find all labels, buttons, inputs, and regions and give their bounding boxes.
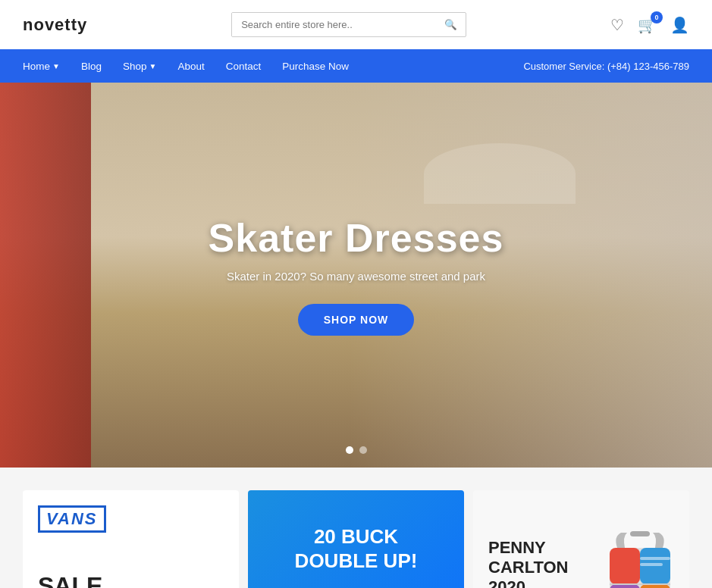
nav-item-contact[interactable]: Contact [226, 52, 262, 81]
svg-rect-50 [610, 548, 640, 584]
hero-subtitle: Skater in 2020? So many awesome street a… [209, 270, 504, 283]
svg-rect-58 [640, 563, 663, 566]
site-logo[interactable]: novetty [23, 15, 87, 35]
backpack-svg [598, 525, 682, 589]
nav-items: Home ▼ Blog Shop ▼ About Contact Purchas… [23, 52, 349, 81]
buck-title: 20 BUCK DOUBLE UP! [281, 525, 432, 572]
card-penny-carlton[interactable]: PENNY CARLTON 2020 90.0$ 50.0$ [473, 490, 689, 588]
site-header: novetty 🔍 ♡ 🛒 0 👤 [0, 0, 712, 49]
penny-title: PENNY CARLTON 2020 [488, 537, 569, 588]
search-icon: 🔍 [444, 19, 457, 30]
hero-dot-2[interactable] [359, 446, 367, 454]
backpack-image [598, 525, 682, 589]
skateboard-image: BLIND [281, 584, 432, 588]
search-input[interactable] [232, 13, 437, 36]
header-icons: ♡ 🛒 0 👤 [610, 16, 689, 34]
hero-dot-1[interactable] [346, 446, 353, 454]
card-vans[interactable]: VANS SALE OFF 50% [23, 490, 239, 588]
hero-red-accent [0, 83, 91, 468]
heart-icon: ♡ [610, 17, 624, 33]
card-20buck[interactable]: 20 BUCK DOUBLE UP! [248, 490, 464, 588]
hero-banner: Skater Dresses Skater in 2020? So many a… [0, 83, 712, 468]
nav-item-blog[interactable]: Blog [81, 52, 102, 81]
nav-item-about[interactable]: About [177, 52, 204, 81]
main-nav: Home ▼ Blog Shop ▼ About Contact Purchas… [0, 49, 712, 83]
account-button[interactable]: 👤 [670, 16, 689, 34]
search-bar: 🔍 [231, 12, 466, 37]
customer-service: Customer Service: (+84) 123-456-789 [523, 61, 689, 72]
nav-item-shop[interactable]: Shop ▼ [123, 52, 156, 81]
svg-rect-57 [640, 557, 670, 560]
shoe-image [125, 582, 235, 588]
hero-content: Skater Dresses Skater in 2020? So many a… [209, 215, 504, 336]
account-icon: 👤 [670, 17, 689, 33]
hero-dots [346, 446, 367, 454]
hero-title: Skater Dresses [209, 215, 504, 261]
nav-item-purchase-now[interactable]: Purchase Now [282, 52, 349, 81]
chevron-down-icon: ▼ [149, 62, 156, 70]
cart-button[interactable]: 🛒 0 [638, 16, 657, 34]
cart-badge: 0 [651, 11, 663, 23]
featured-cards: VANS SALE OFF 50% [0, 468, 712, 588]
search-button[interactable]: 🔍 [437, 13, 465, 36]
svg-rect-56 [630, 531, 650, 536]
nav-item-home[interactable]: Home ▼ [23, 52, 60, 81]
shop-now-button[interactable]: SHOP NOW [298, 304, 415, 336]
wishlist-button[interactable]: ♡ [610, 16, 624, 34]
vans-brand-logo: VANS [38, 505, 106, 533]
chevron-down-icon: ▼ [52, 62, 60, 70]
vans-sale-text: SALE OFF 50% [38, 573, 102, 588]
skateboard-visual: BLIND [281, 584, 432, 588]
